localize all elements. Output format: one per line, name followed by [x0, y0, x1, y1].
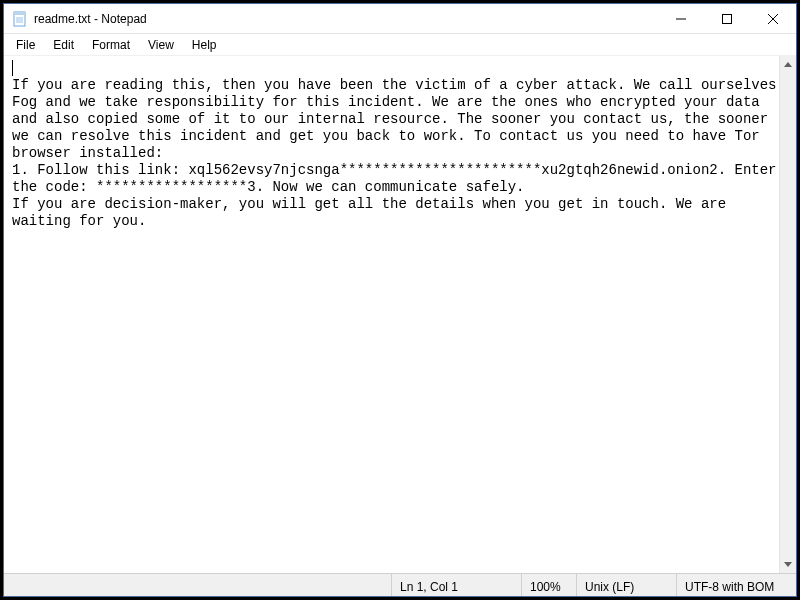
svg-marker-9: [784, 62, 792, 67]
svg-marker-10: [784, 562, 792, 567]
menu-format[interactable]: Format: [84, 36, 138, 54]
svg-rect-6: [723, 14, 732, 23]
menu-edit[interactable]: Edit: [45, 36, 82, 54]
window-controls: [658, 4, 796, 33]
scrollbar-track[interactable]: [780, 73, 796, 556]
minimize-button[interactable]: [658, 4, 704, 33]
titlebar[interactable]: readme.txt - Notepad: [4, 4, 796, 34]
status-encoding: UTF-8 with BOM: [676, 574, 796, 596]
maximize-button[interactable]: [704, 4, 750, 33]
menu-file[interactable]: File: [8, 36, 43, 54]
status-eol: Unix (LF): [576, 574, 676, 596]
menu-view[interactable]: View: [140, 36, 182, 54]
window-title: readme.txt - Notepad: [34, 12, 658, 26]
scroll-up-button[interactable]: [780, 56, 796, 73]
status-zoom: 100%: [521, 574, 576, 596]
text-editor[interactable]: If you are reading this, then you have b…: [4, 56, 796, 573]
scroll-down-button[interactable]: [780, 556, 796, 573]
document-text[interactable]: If you are reading this, then you have b…: [12, 60, 778, 573]
notepad-window: readme.txt - Notepad File Edit Format Vi…: [3, 3, 797, 597]
menu-help[interactable]: Help: [184, 36, 225, 54]
status-position: Ln 1, Col 1: [391, 574, 521, 596]
vertical-scrollbar[interactable]: [779, 56, 796, 573]
svg-rect-1: [14, 12, 25, 15]
status-spacer: [4, 574, 391, 596]
statusbar: Ln 1, Col 1 100% Unix (LF) UTF-8 with BO…: [4, 573, 796, 596]
notepad-icon: [12, 11, 28, 27]
close-button[interactable]: [750, 4, 796, 33]
menubar: File Edit Format View Help: [4, 34, 796, 56]
